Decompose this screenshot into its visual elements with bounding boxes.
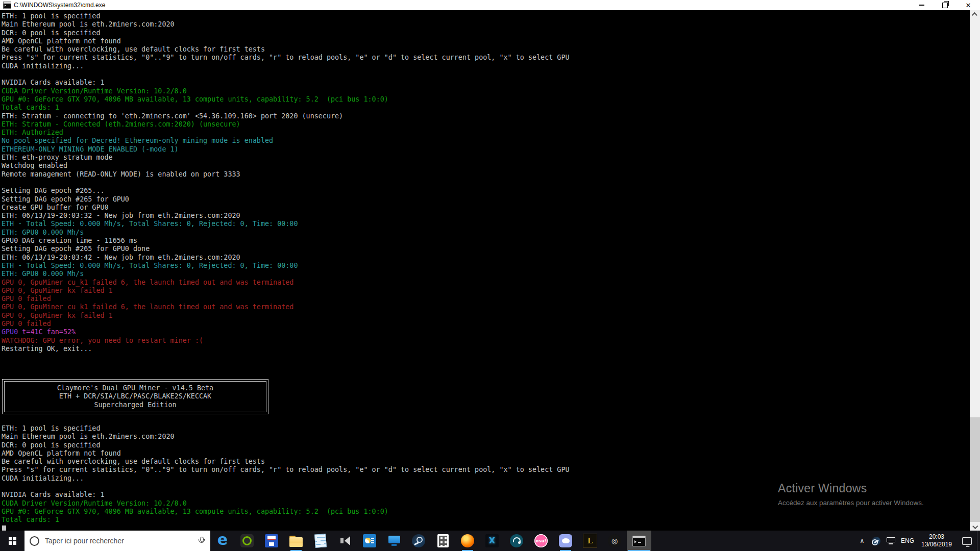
cmd-window-icon [3,2,11,9]
tray-chevron-icon[interactable]: ∧ [855,531,869,551]
speaker-icon [338,534,352,547]
banner-line-2: ETH + DCR/SIA/LBC/PASC/BLAKE2S/KECCAK [17,392,253,400]
taskbar: eXosu!L◎ ∧ ENG 20:03 13/06/2019 [0,531,980,551]
taskbar-button-edge[interactable]: e [210,531,235,551]
microphone-icon[interactable] [198,537,205,545]
game-icon: X [485,534,499,547]
taskbar-button-headset[interactable] [504,531,529,551]
watermark-subtitle: Accédez aux paramètres pour activer Wind… [778,499,924,507]
console-line: ETH: Stratum - Connected (eth.2miners.co… [2,120,980,129]
taskbar-button-cmd[interactable] [627,531,651,551]
console-line: WATCHDOG: GPU error, you need to restart… [2,337,980,345]
activate-windows-watermark: Activer Windows Accédez aux paramètres p… [778,482,924,507]
console-line: Press "s" for current statistics, "0".."… [2,466,980,474]
taskbar-button-calculator[interactable] [431,531,455,551]
notepad-icon [314,534,327,547]
scroll-thumb[interactable] [970,417,980,522]
console-line: GPU 0, GpuMiner cu_k1 failed 6, the laun… [2,303,980,311]
clock-time: 20:03 [929,533,944,541]
taskbar-button-save[interactable] [259,531,284,551]
taskbar-clock[interactable]: 20:03 13/06/2019 [917,531,957,551]
minimize-icon [919,5,924,5]
scrollbar[interactable] [970,10,980,531]
console-line [2,370,980,378]
taskbar-button-monitor[interactable] [382,531,406,551]
watermark-title: Activer Windows [778,482,924,495]
minimize-button[interactable] [910,0,933,10]
taskbar-search[interactable] [24,531,210,551]
scroll-up-button[interactable] [970,10,980,19]
console-line: ETH: Stratum - connecting to 'eth.2miner… [2,112,980,120]
osu-icon: osu! [534,534,548,547]
action-center-button[interactable] [957,531,977,551]
explorer-icon [289,535,303,548]
console-line: ETH: Authorized [2,129,980,137]
chevron-down-icon [972,523,978,529]
console-line: DCR: 0 pool is specified [2,441,980,449]
console-line: GPU0 t=41C fan=52% [2,328,980,336]
console-line [2,70,980,79]
console-line: ETH: 1 pool is specified [2,12,980,20]
close-button[interactable]: ✕ [957,0,980,10]
console-top-block: ETH: 1 pool is specifiedMain Ethereum po… [2,12,980,378]
taskbar-button-discord[interactable] [553,531,578,551]
console-line: Setting DAG epoch #265... [2,187,980,195]
spiral-icon: ◎ [608,534,621,547]
console-line: ETH: 06/13/19-20:03:32 - New job from et… [2,212,980,220]
console-line: GPU 0 failed [2,295,980,303]
network-icon[interactable] [883,531,898,551]
console-line: Create GPU buffer for GPU0 [2,204,980,212]
restore-button[interactable] [933,0,957,10]
search-input[interactable] [44,536,193,545]
console-line: Watchdog enabled [2,162,980,170]
console-cursor [2,525,6,531]
console-line: No pool specified for Decred! Ethereum-o… [2,137,980,145]
steam-icon [872,537,880,545]
console-line: ETHEREUM-ONLY MINING MODE ENABLED (-mode… [2,145,980,154]
taskbar-button-firefox[interactable] [455,531,480,551]
scroll-down-button[interactable] [970,522,980,531]
console-line: Total cards: 1 [2,104,980,112]
taskbar-button-osu[interactable]: osu! [529,531,553,551]
console-line: NVIDIA Cards available: 1 [2,79,980,87]
show-desktop-button[interactable] [977,531,980,551]
taskbar-button-nvidia[interactable] [235,531,259,551]
system-icon [363,534,376,547]
console-line: Press "s" for current statistics, "0".."… [2,54,980,62]
taskbar-button-spiral[interactable]: ◎ [602,531,627,551]
console-line: GPU #0: GeForce GTX 970, 4096 MB availab… [2,95,980,104]
taskbar-button-notepad[interactable] [308,531,333,551]
clock-date: 13/06/2019 [921,541,952,548]
console-line: Main Ethereum pool is eth.2miners.com:20… [2,20,980,29]
console-line: ETH: eth-proxy stratum mode [2,154,980,162]
close-icon: ✕ [966,2,971,9]
taskbar-button-explorer[interactable] [284,531,308,551]
window-title: C:\WINDOWS\system32\cmd.exe [14,2,105,9]
language-indicator[interactable]: ENG [898,531,917,551]
start-button[interactable] [0,531,24,551]
console-line: ETH: GPU0 0.000 Mh/s [2,270,980,278]
console-line: GPU 0, GpuMiner kx failed 1 [2,287,980,295]
console-line [2,353,980,361]
taskbar-button-speaker[interactable] [333,531,357,551]
banner-line-1: Claymore's Dual GPU Miner - v14.5 Beta [17,384,253,392]
console-line: Remote management (READ-ONLY MODE) is en… [2,170,980,179]
console-line: GPU0 DAG creation time - 11656 ms [2,237,980,245]
taskbar-button-game[interactable]: X [480,531,504,551]
chevron-up-icon [972,12,977,18]
console-line: ETH: 06/13/19-20:03:42 - New job from et… [2,254,980,262]
taskbar-button-lol[interactable]: L [578,531,602,551]
calculator-icon [437,534,449,547]
steam-tray-icon[interactable] [869,531,883,551]
nvidia-icon [240,534,254,547]
headset-icon [510,534,523,547]
cortana-icon [30,536,39,546]
console-line: CUDA initializing... [2,62,980,70]
console-output[interactable]: ETH: 1 pool is specifiedMain Ethereum po… [0,10,980,531]
taskbar-button-steam[interactable] [406,531,431,551]
taskbar-button-system[interactable] [357,531,382,551]
discord-icon [559,534,572,547]
taskbar-apps: eXosu!L◎ [210,531,651,551]
console-line: ETH - Total Speed: 0.000 Mh/s, Total Sha… [2,262,980,270]
console-line: GPU 0 failed [2,320,980,328]
